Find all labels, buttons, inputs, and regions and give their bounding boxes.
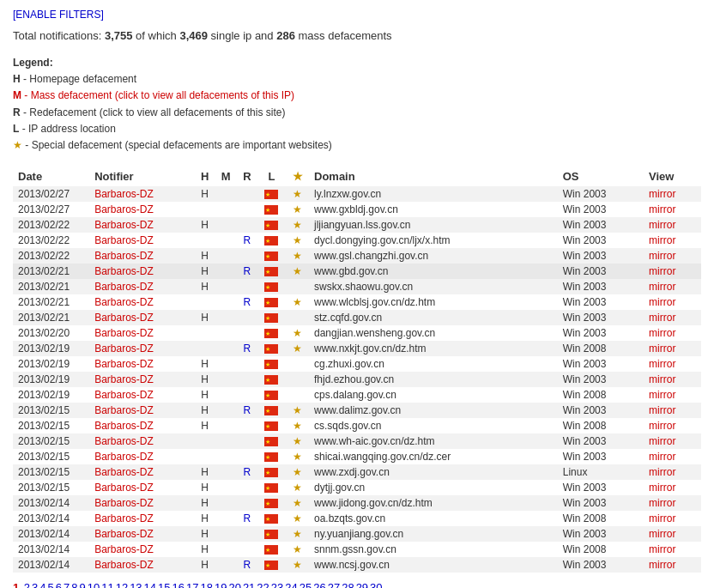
mirror-link[interactable]: mirror	[649, 281, 675, 293]
page-link[interactable]: 28	[342, 581, 354, 588]
notifier-link[interactable]: Barbaros-DZ	[94, 234, 154, 246]
mirror-link[interactable]: mirror	[649, 250, 675, 262]
cell-notifier[interactable]: Barbaros-DZ	[89, 233, 195, 248]
domain-link[interactable]: oa.bzqts.gov.cn	[314, 512, 385, 524]
cell-view[interactable]: mirror	[644, 372, 701, 387]
cell-notifier[interactable]: Barbaros-DZ	[89, 403, 195, 418]
page-link[interactable]: 30	[370, 581, 382, 588]
cell-notifier[interactable]: Barbaros-DZ	[89, 511, 195, 526]
page-links[interactable]: 2345678910111213141516171819202122232425…	[24, 581, 384, 588]
notifier-link[interactable]: Barbaros-DZ	[94, 420, 154, 432]
notifier-link[interactable]: Barbaros-DZ	[94, 342, 154, 355]
cell-view[interactable]: mirror	[644, 202, 701, 217]
cell-view[interactable]: mirror	[644, 356, 701, 372]
page-link[interactable]: 11	[101, 581, 113, 588]
page-link[interactable]: 4	[39, 581, 45, 588]
cell-domain[interactable]: www.wh-aic.gov.cn/dz.htm	[309, 433, 558, 449]
domain-link[interactable]: snnm.gssn.gov.cn	[314, 543, 396, 555]
cell-domain[interactable]: dytjj.gov.cn	[309, 480, 558, 495]
cell-view[interactable]: mirror	[644, 542, 701, 557]
cell-notifier[interactable]: Barbaros-DZ	[89, 449, 195, 464]
domain-link[interactable]: fhjd.ezhou.gov.cn	[314, 373, 394, 385]
cell-r[interactable]: R	[237, 294, 257, 310]
page-link[interactable]: 14	[144, 581, 156, 588]
cell-notifier[interactable]: Barbaros-DZ	[89, 356, 195, 372]
notifier-link[interactable]: Barbaros-DZ	[94, 265, 154, 277]
cell-domain[interactable]: www.gsl.changzhi.gov.cn	[309, 248, 558, 264]
cell-r[interactable]: R	[237, 511, 257, 526]
cell-domain[interactable]: www.dalimz.gov.cn	[309, 403, 558, 418]
cell-r[interactable]: R	[237, 264, 257, 279]
cell-view[interactable]: mirror	[644, 310, 701, 325]
page-link[interactable]: 26	[313, 581, 325, 588]
domain-link[interactable]: dycl.dongying.gov.cn/ljx/x.htm	[314, 234, 451, 246]
cell-notifier[interactable]: Barbaros-DZ	[89, 341, 195, 356]
notifier-link[interactable]: Barbaros-DZ	[94, 389, 154, 401]
mirror-link[interactable]: mirror	[649, 312, 675, 324]
cell-domain[interactable]: snnm.gssn.gov.cn	[309, 542, 558, 557]
domain-link[interactable]: www.gbd.gov.cn	[314, 265, 389, 277]
page-link[interactable]: 3	[32, 581, 38, 588]
cell-notifier[interactable]: Barbaros-DZ	[89, 279, 195, 294]
cell-domain[interactable]: ly.lnzxw.gov.cn	[309, 186, 558, 202]
cell-domain[interactable]: www.gbd.gov.cn	[309, 264, 558, 279]
cell-domain[interactable]: dycl.dongying.gov.cn/ljx/x.htm	[309, 233, 558, 248]
cell-notifier[interactable]: Barbaros-DZ	[89, 202, 195, 217]
page-link[interactable]: 6	[56, 581, 62, 588]
cell-notifier[interactable]: Barbaros-DZ	[89, 387, 195, 403]
domain-link[interactable]: dytjj.gov.cn	[314, 482, 365, 494]
notifier-link[interactable]: Barbaros-DZ	[94, 466, 154, 478]
cell-domain[interactable]: www.jidong.gov.cn/dz.htm	[309, 495, 558, 511]
cell-notifier[interactable]: Barbaros-DZ	[89, 495, 195, 511]
cell-r[interactable]: R	[237, 557, 257, 573]
cell-domain[interactable]: cg.zhuxi.gov.cn	[309, 356, 558, 372]
cell-view[interactable]: mirror	[644, 387, 701, 403]
mirror-link[interactable]: mirror	[649, 559, 675, 571]
mirror-link[interactable]: mirror	[649, 512, 675, 524]
cell-notifier[interactable]: Barbaros-DZ	[89, 542, 195, 557]
mirror-link[interactable]: mirror	[649, 466, 675, 478]
mirror-link[interactable]: mirror	[649, 528, 675, 540]
cell-r[interactable]: R	[237, 403, 257, 418]
cell-notifier[interactable]: Barbaros-DZ	[89, 325, 195, 341]
cell-domain[interactable]: shicai.wangqing.gov.cn/dz.cer	[309, 449, 558, 464]
domain-link[interactable]: ly.lnzxw.gov.cn	[314, 188, 381, 200]
cell-domain[interactable]: www.ncsj.gov.cn	[309, 557, 558, 573]
cell-notifier[interactable]: Barbaros-DZ	[89, 464, 195, 480]
mirror-link[interactable]: mirror	[649, 373, 675, 385]
cell-notifier[interactable]: Barbaros-DZ	[89, 217, 195, 233]
domain-link[interactable]: www.ncsj.gov.cn	[314, 559, 390, 571]
cell-domain[interactable]: jljiangyuan.lss.gov.cn	[309, 217, 558, 233]
page-link[interactable]: 22	[257, 581, 269, 588]
domain-link[interactable]: www.dalimz.gov.cn	[314, 404, 401, 416]
notifier-link[interactable]: Barbaros-DZ	[94, 296, 154, 308]
cell-domain[interactable]: www.gxbldj.gov.cn	[309, 202, 558, 217]
cell-view[interactable]: mirror	[644, 449, 701, 464]
cell-domain[interactable]: cps.dalang.gov.cn	[309, 387, 558, 403]
notifier-link[interactable]: Barbaros-DZ	[94, 512, 154, 524]
notifier-link[interactable]: Barbaros-DZ	[94, 451, 154, 463]
notifier-link[interactable]: Barbaros-DZ	[94, 203, 154, 215]
domain-link[interactable]: www.gsl.changzhi.gov.cn	[314, 250, 428, 262]
mirror-link[interactable]: mirror	[649, 265, 675, 277]
domain-link[interactable]: www.jidong.gov.cn/dz.htm	[314, 497, 433, 509]
domain-link[interactable]: www.gxbldj.gov.cn	[314, 203, 398, 215]
cell-notifier[interactable]: Barbaros-DZ	[89, 294, 195, 310]
page-link[interactable]: 18	[200, 581, 212, 588]
mirror-link[interactable]: mirror	[649, 296, 675, 308]
cell-view[interactable]: mirror	[644, 511, 701, 526]
notifier-link[interactable]: Barbaros-DZ	[94, 281, 154, 293]
domain-link[interactable]: www.nxkjt.gov.cn/dz.htm	[314, 342, 427, 355]
notifier-link[interactable]: Barbaros-DZ	[94, 219, 154, 231]
cell-view[interactable]: mirror	[644, 279, 701, 294]
domain-link[interactable]: www.wh-aic.gov.cn/dz.htm	[314, 435, 435, 447]
cell-notifier[interactable]: Barbaros-DZ	[89, 186, 195, 202]
page-link[interactable]: 21	[243, 581, 255, 588]
mirror-link[interactable]: mirror	[649, 358, 675, 370]
cell-notifier[interactable]: Barbaros-DZ	[89, 418, 195, 433]
page-link[interactable]: 19	[215, 581, 227, 588]
notifier-link[interactable]: Barbaros-DZ	[94, 482, 154, 494]
cell-domain[interactable]: cs.sqds.gov.cn	[309, 418, 558, 433]
cell-view[interactable]: mirror	[644, 341, 701, 356]
domain-link[interactable]: stz.cqfd.gov.cn	[314, 312, 382, 324]
